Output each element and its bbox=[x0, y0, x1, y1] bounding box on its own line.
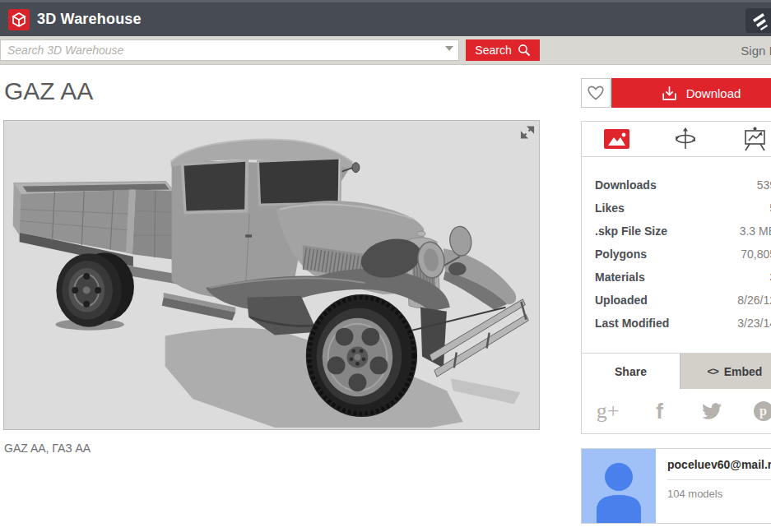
search-dropdown-arrow-icon[interactable] bbox=[445, 46, 453, 51]
photo-icon bbox=[604, 129, 629, 149]
brand-title[interactable]: 3D Warehouse bbox=[37, 11, 142, 28]
owner-email[interactable]: poceluev60@mail.ru bbox=[667, 458, 771, 480]
search-input[interactable] bbox=[0, 39, 459, 61]
sign-in-link[interactable]: Sign In bbox=[741, 44, 771, 58]
heart-icon bbox=[587, 85, 605, 101]
search-bar: Search Sign In bbox=[0, 36, 771, 65]
google-plus-button[interactable]: g+ bbox=[582, 389, 634, 433]
stat-file-size: .skp File Size 3.3 MB bbox=[595, 220, 771, 243]
tab-image-view[interactable] bbox=[582, 122, 651, 156]
model-caption: GAZ AA, ГАЗ АА bbox=[4, 442, 91, 455]
sketchup-icon[interactable] bbox=[745, 8, 771, 36]
owner-card[interactable]: poceluev60@mail.ru 104 models bbox=[581, 448, 771, 524]
model-render-truck bbox=[4, 121, 539, 429]
twitter-button[interactable] bbox=[685, 389, 737, 433]
code-icon: <> bbox=[708, 365, 718, 377]
download-label: Download bbox=[686, 86, 741, 100]
stat-last-modified: Last Modified 3/23/14 bbox=[595, 312, 771, 335]
stat-polygons: Polygons 70,805 bbox=[595, 243, 771, 266]
download-icon bbox=[661, 85, 678, 102]
avatar[interactable] bbox=[582, 449, 656, 523]
search-button[interactable]: Search bbox=[466, 39, 540, 61]
download-button[interactable]: Download bbox=[611, 78, 771, 108]
tab-presentation-view[interactable] bbox=[720, 122, 771, 156]
tab-embed[interactable]: <> Embed bbox=[680, 354, 771, 389]
twitter-icon bbox=[702, 401, 722, 421]
owner-info: poceluev60@mail.ru 104 models bbox=[656, 449, 771, 523]
expand-icon[interactable] bbox=[520, 125, 535, 143]
search-icon bbox=[518, 44, 531, 57]
easel-chart-icon bbox=[742, 127, 768, 151]
stat-likes: Likes 5 bbox=[595, 197, 771, 220]
stat-downloads: Downloads 539 bbox=[595, 173, 771, 197]
person-icon bbox=[582, 449, 656, 523]
facebook-button[interactable]: f bbox=[634, 389, 685, 433]
model-info-panel: Downloads 539 Likes 5 .skp File Size 3.3… bbox=[581, 121, 771, 434]
google-plus-icon: g+ bbox=[597, 399, 620, 423]
social-share-row: g+ f p bbox=[582, 389, 771, 433]
model-stats: Downloads 539 Likes 5 .skp File Size 3.3… bbox=[582, 157, 771, 353]
tab-3d-view[interactable] bbox=[651, 122, 720, 156]
share-embed-tabs: Share <> Embed bbox=[582, 353, 771, 389]
tab-share[interactable]: Share bbox=[582, 354, 680, 389]
facebook-icon: f bbox=[656, 399, 663, 424]
pinterest-icon: p bbox=[754, 401, 771, 421]
3d-warehouse-page: { "topbar": { "brand": "3D Warehouse" },… bbox=[0, 0, 771, 532]
search-button-label: Search bbox=[475, 44, 511, 57]
embed-label: Embed bbox=[724, 365, 763, 378]
view-tabs bbox=[582, 122, 771, 157]
stat-materials: Materials 3 bbox=[595, 266, 771, 289]
3d-warehouse-logo-icon[interactable] bbox=[8, 9, 30, 30]
owner-model-count: 104 models bbox=[667, 480, 771, 500]
pinterest-button[interactable]: p bbox=[737, 389, 771, 433]
top-bar: 3D Warehouse bbox=[0, 0, 771, 36]
page-title: GAZ AA bbox=[4, 77, 93, 105]
rotate-3d-icon bbox=[673, 127, 698, 151]
stat-uploaded: Uploaded 8/26/12 bbox=[595, 289, 771, 312]
model-preview-panel[interactable] bbox=[3, 120, 540, 430]
favorite-button[interactable] bbox=[581, 78, 611, 108]
